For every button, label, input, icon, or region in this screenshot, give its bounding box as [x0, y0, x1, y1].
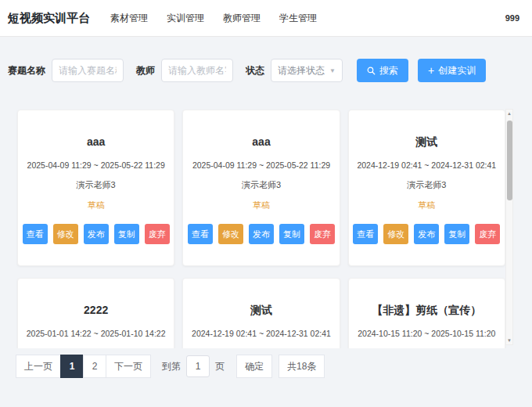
card-actions: 查看 修改 发布 复制 废弃 [183, 224, 339, 244]
status-badge: 草稿 [349, 200, 505, 211]
publish-button[interactable]: 发布 [414, 224, 439, 244]
create-training-button[interactable]: + 创建实训 [418, 59, 486, 82]
app-title: 短视频实训平台 [8, 11, 90, 26]
training-card: 2222 2025-01-01 14:22 ~ 2025-01-10 14:22… [17, 278, 174, 348]
user-badge[interactable]: 999 [505, 13, 519, 23]
card-teacher: 演示老师3 [18, 179, 174, 191]
training-card: aaa 2025-04-09 11:29 ~ 2025-05-22 11:29 … [182, 110, 340, 266]
card-title: 测试 [183, 302, 339, 318]
discard-button[interactable]: 废弃 [145, 224, 170, 244]
nav-item-student[interactable]: 学生管理 [279, 12, 317, 25]
card-actions: 查看 修改 发布 复制 废弃 [18, 224, 174, 244]
card-teacher: 演示老师3 [349, 179, 505, 191]
card-teacher: 演示老师3 [183, 348, 339, 348]
pagination: 上一页 1 2 下一页 到第 页 确定 共18条 [16, 355, 532, 378]
next-page-button[interactable]: 下一页 [106, 355, 151, 378]
card-title: 测试 [349, 134, 505, 149]
filter-status-label: 状态 [246, 64, 264, 77]
search-button[interactable]: 搜索 [357, 59, 408, 82]
card-date-range: 2024-10-15 11:20 ~ 2025-10-15 11:20 [349, 329, 505, 338]
card-row-2: 2222 2025-01-01 14:22 ~ 2025-01-10 14:22… [0, 278, 532, 348]
training-card: 测试 2024-12-19 02:41 ~ 2024-12-31 02:41 演… [182, 278, 340, 348]
discard-button[interactable]: 废弃 [475, 224, 500, 244]
card-title: 2222 [18, 302, 174, 318]
status-select-value: 请选择状态 [278, 64, 325, 77]
training-card: 测试 2024-12-19 02:41 ~ 2024-12-31 02:41 演… [348, 110, 505, 266]
total-count-label: 共18条 [279, 355, 325, 378]
main-nav: 素材管理 实训管理 教师管理 学生管理 [110, 12, 505, 25]
view-button[interactable]: 查看 [353, 224, 378, 244]
status-badge: 草稿 [18, 200, 174, 211]
vertical-scrollbar[interactable]: ▲ ▼ [505, 109, 513, 345]
search-button-label: 搜索 [379, 64, 398, 77]
card-date-range: 2024-12-19 02:41 ~ 2024-12-31 02:41 [349, 160, 505, 170]
scroll-down-icon[interactable]: ▼ [506, 337, 512, 344]
card-actions: 查看 修改 发布 复制 废弃 [349, 224, 505, 244]
card-title: aaa [183, 134, 339, 149]
chevron-down-icon: ▼ [329, 67, 336, 74]
card-title: aaa [18, 134, 174, 149]
copy-button[interactable]: 复制 [279, 224, 304, 244]
plus-icon: + [428, 65, 434, 76]
edit-button[interactable]: 修改 [383, 224, 408, 244]
page-button-2[interactable]: 2 [83, 355, 106, 378]
card-date-range: 2025-01-01 14:22 ~ 2025-01-10 14:22 [18, 329, 174, 338]
card-teacher: 演示老师3 [349, 348, 505, 348]
publish-button[interactable]: 发布 [249, 224, 274, 244]
scroll-up-icon[interactable]: ▲ [506, 110, 512, 117]
nav-item-material[interactable]: 素材管理 [110, 12, 148, 25]
edit-button[interactable]: 修改 [53, 224, 78, 244]
training-card: 【非遗】剪纸（宣传） 2024-10-15 11:20 ~ 2025-10-15… [348, 278, 505, 348]
filter-name-input[interactable] [52, 59, 124, 82]
card-date-range: 2025-04-09 11:29 ~ 2025-05-22 11:29 [18, 160, 174, 170]
app-header: 短视频实训平台 素材管理 实训管理 教师管理 学生管理 999 [0, 0, 532, 37]
filter-teacher-input[interactable] [161, 59, 233, 82]
view-button[interactable]: 查看 [23, 224, 48, 244]
nav-item-training[interactable]: 实训管理 [167, 12, 204, 25]
nav-item-teacher[interactable]: 教师管理 [223, 12, 261, 25]
view-button[interactable]: 查看 [188, 224, 213, 244]
card-list-scroll-area: aaa 2025-04-09 11:29 ~ 2025-05-22 11:29 … [0, 106, 532, 348]
filter-name-label: 赛题名称 [8, 64, 45, 77]
copy-button[interactable]: 复制 [444, 224, 469, 244]
goto-page-input[interactable] [186, 355, 210, 377]
prev-page-button[interactable]: 上一页 [16, 355, 61, 378]
page-button-1[interactable]: 1 [60, 355, 84, 378]
create-button-label: 创建实训 [438, 64, 476, 77]
copy-button[interactable]: 复制 [114, 224, 139, 244]
confirm-page-button[interactable]: 确定 [236, 355, 272, 378]
filter-bar: 赛题名称 教师 状态 请选择状态 ▼ 搜索 + 创建实训 [0, 37, 532, 82]
card-title: 【非遗】剪纸（宣传） [349, 302, 505, 318]
card-date-range: 2025-04-09 11:29 ~ 2025-05-22 11:29 [183, 160, 339, 170]
filter-teacher-label: 教师 [136, 64, 155, 77]
card-teacher: 演示老师3 [183, 179, 339, 191]
status-badge: 草稿 [183, 200, 339, 211]
card-row-1: aaa 2025-04-09 11:29 ~ 2025-05-22 11:29 … [0, 106, 532, 266]
discard-button[interactable]: 废弃 [310, 224, 335, 244]
search-icon [367, 67, 376, 75]
training-card: aaa 2025-04-09 11:29 ~ 2025-05-22 11:29 … [17, 110, 174, 266]
publish-button[interactable]: 发布 [84, 224, 109, 244]
page-unit-label: 页 [215, 360, 225, 373]
goto-page-label: 到第 [162, 360, 181, 373]
filter-status-select[interactable]: 请选择状态 ▼ [271, 59, 343, 82]
card-date-range: 2024-12-19 02:41 ~ 2024-12-31 02:41 [183, 329, 339, 338]
card-teacher: 演示老师3 [18, 348, 174, 348]
edit-button[interactable]: 修改 [218, 224, 243, 244]
scrollbar-thumb[interactable] [507, 121, 512, 200]
